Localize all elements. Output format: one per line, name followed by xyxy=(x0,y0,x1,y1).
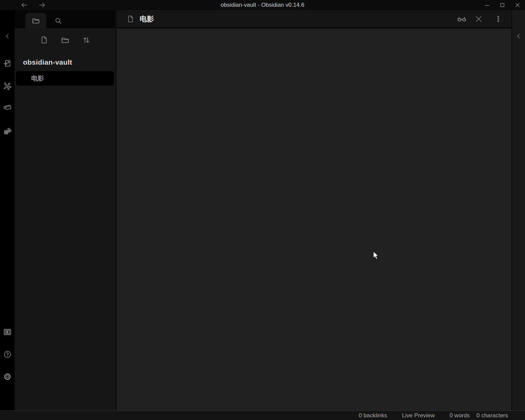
explorer-actions xyxy=(15,28,115,48)
tab-search[interactable] xyxy=(48,13,69,28)
file-item-selected[interactable]: 电影 xyxy=(16,71,114,86)
sort-arrows-icon xyxy=(82,36,91,45)
status-bar: 0 backlinks Live Preview 0 words 0 chara… xyxy=(0,411,525,420)
close-window-button[interactable] xyxy=(510,0,525,10)
reading-view-button[interactable] xyxy=(457,14,467,24)
chevron-left-icon xyxy=(4,32,11,40)
gear-icon xyxy=(3,372,12,381)
close-pane-button[interactable] xyxy=(474,14,484,24)
expand-right-sidebar-button[interactable] xyxy=(514,31,523,41)
open-random-note-button[interactable] xyxy=(3,127,12,136)
scattered-grid-icon xyxy=(3,127,12,136)
document-icon xyxy=(127,15,134,23)
open-graph-view-button[interactable] xyxy=(3,81,12,91)
graph-icon xyxy=(3,82,12,90)
kebab-dots-icon xyxy=(494,15,502,23)
glasses-icon xyxy=(457,14,467,24)
open-quick-switcher-button[interactable] xyxy=(3,59,12,68)
minimize-icon xyxy=(485,3,489,7)
collapse-left-sidebar-button[interactable] xyxy=(3,31,12,41)
obsidian-window: obsidian-vault - Obsidian v0.14.6 xyxy=(0,0,525,420)
vault-title[interactable]: obsidian-vault xyxy=(23,58,115,66)
main-area: obsidian-vault 电影 电影 xyxy=(0,10,525,411)
close-x-icon xyxy=(475,15,483,23)
settings-button[interactable] xyxy=(3,372,12,381)
word-count: 0 words xyxy=(450,412,470,419)
chevron-left-icon xyxy=(515,32,522,40)
folder-icon xyxy=(31,16,40,25)
pane-actions xyxy=(457,14,503,24)
sort-order-button[interactable] xyxy=(82,36,90,44)
go-to-file-icon xyxy=(3,59,12,68)
window-controls xyxy=(479,0,525,10)
pane-title: 电影 xyxy=(140,14,154,24)
more-options-button[interactable] xyxy=(493,14,503,24)
file-explorer-sidebar: obsidian-vault 电影 xyxy=(15,10,117,411)
char-count: 0 characters xyxy=(476,412,508,419)
titlebar: obsidian-vault - Obsidian v0.14.6 xyxy=(0,0,525,10)
sidebar-tab-row xyxy=(15,10,115,28)
maximize-button[interactable] xyxy=(495,0,510,10)
file-item-label: 电影 xyxy=(31,74,44,83)
magnifier-icon xyxy=(54,17,63,25)
editor-pane: 电影 xyxy=(117,10,511,411)
pane-header: 电影 xyxy=(117,10,511,28)
new-folder-icon xyxy=(61,36,70,45)
new-folder-button[interactable] xyxy=(61,36,69,44)
create-unique-note-button[interactable] xyxy=(3,103,12,112)
minimize-button[interactable] xyxy=(479,0,495,10)
right-sidebar-strip xyxy=(511,10,525,411)
flying-card-icon xyxy=(3,103,12,112)
tab-file-explorer[interactable] xyxy=(25,13,46,28)
mouse-cursor xyxy=(372,251,381,261)
question-circle-icon xyxy=(3,350,12,359)
new-note-button[interactable] xyxy=(40,36,48,44)
maximize-icon xyxy=(500,3,505,7)
status-counts: 0 words 0 characters xyxy=(450,412,508,419)
left-ribbon xyxy=(0,10,15,411)
backlinks-count[interactable]: 0 backlinks xyxy=(359,412,387,419)
editor-mode[interactable]: Live Preview xyxy=(402,412,435,419)
new-file-icon xyxy=(40,36,48,44)
window-title: obsidian-vault - Obsidian v0.14.6 xyxy=(0,0,525,10)
editor-content[interactable] xyxy=(117,28,511,411)
close-window-icon xyxy=(515,3,520,7)
open-another-vault-button[interactable] xyxy=(3,327,12,337)
help-button[interactable] xyxy=(3,350,12,359)
vault-safe-icon xyxy=(3,328,12,336)
